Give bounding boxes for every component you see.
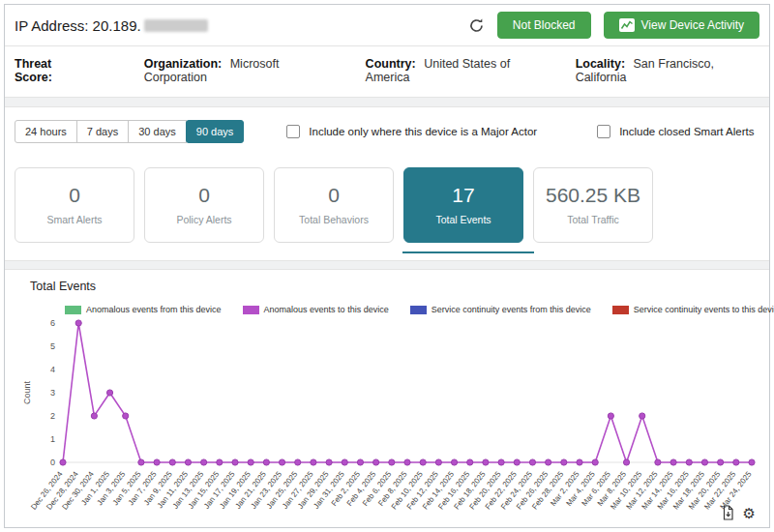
smart-alerts-value: 0: [69, 184, 80, 207]
legend-item[interactable]: Service continuity events to this device: [612, 305, 774, 314]
time-range-group: 24 hours 7 days 30 days 90 days: [15, 120, 244, 143]
legend-swatch-indigo: [410, 306, 427, 314]
chart-legend: Anomalous events from this device Anomal…: [65, 305, 756, 314]
country-label: Country:: [366, 57, 416, 71]
total-behaviors-value: 0: [328, 184, 340, 207]
section-divider-top: [5, 97, 769, 107]
settings-gear-icon[interactable]: ⚙: [743, 506, 756, 520]
locality-label: Locality:: [576, 57, 625, 71]
export-icon: [722, 505, 734, 520]
total-traffic-value: 560.25 KB: [546, 184, 640, 207]
refresh-icon: [468, 17, 485, 34]
chart-footer-icons: ⚙: [722, 505, 756, 520]
redacted-ip: [144, 19, 208, 32]
country-field: Country: United States of America: [366, 57, 549, 84]
major-actor-filter: Include only where this device is a Majo…: [286, 125, 537, 138]
svg-text:0: 0: [50, 458, 55, 467]
total-traffic-label: Total Traffic: [567, 214, 619, 225]
not-blocked-button[interactable]: Not Blocked: [497, 12, 591, 39]
legend-label: Anomalous events to this device: [264, 305, 389, 314]
legend-item[interactable]: Anomalous events to this device: [243, 305, 389, 314]
legend-label: Service continuity events to this device: [634, 305, 774, 314]
closed-alerts-label: Include closed Smart Alerts: [619, 126, 754, 137]
svg-text:Count: Count: [22, 381, 32, 405]
chart-title: Total Events: [30, 280, 756, 293]
organization-field: Organization: Microsoft Corporation: [144, 57, 337, 84]
threat-score-field: Threat Score:: [15, 57, 94, 84]
closed-alerts-checkbox[interactable]: [597, 125, 610, 138]
svg-text:3: 3: [50, 388, 55, 398]
svg-text:6: 6: [50, 318, 55, 328]
legend-swatch-red: [612, 306, 629, 314]
legend-label: Anomalous events from this device: [86, 305, 222, 314]
page-title: IP Address: 20.189.: [15, 17, 208, 34]
stat-card-smart-alerts[interactable]: 0 Smart Alerts: [15, 167, 134, 243]
locality-field: Locality: San Francisco, California: [576, 57, 759, 84]
stat-card-total-traffic[interactable]: 560.25 KB Total Traffic: [533, 167, 653, 243]
time-range-30-days[interactable]: 30 days: [128, 120, 187, 143]
major-actor-checkbox[interactable]: [286, 125, 300, 138]
time-range-24-hours[interactable]: 24 hours: [15, 120, 77, 143]
chart-section: Total Events Anomalous events from this …: [5, 270, 769, 527]
ip-address-label: IP Address: 20.189.: [15, 17, 141, 34]
threat-score-label: Threat Score:: [15, 57, 52, 84]
not-blocked-label: Not Blocked: [513, 18, 576, 32]
svg-text:4: 4: [50, 365, 55, 374]
section-divider-bottom: [5, 260, 769, 271]
legend-item[interactable]: Service continuity events from this devi…: [410, 305, 591, 314]
major-actor-label: Include only where this device is a Majo…: [309, 126, 537, 137]
stat-card-policy-alerts[interactable]: 0 Policy Alerts: [144, 167, 264, 243]
organization-label: Organization:: [144, 57, 223, 71]
policy-alerts-label: Policy Alerts: [176, 214, 231, 225]
info-bar: Threat Score: Organization: Microsoft Co…: [5, 46, 769, 97]
svg-text:5: 5: [50, 341, 55, 351]
total-behaviors-label: Total Behaviors: [299, 214, 369, 225]
stat-card-total-events[interactable]: 17 Total Events: [403, 167, 523, 243]
legend-label: Service continuity events from this devi…: [432, 305, 591, 314]
time-range-90-days[interactable]: 90 days: [186, 120, 245, 143]
total-events-label: Total Events: [435, 214, 491, 225]
refresh-button[interactable]: [468, 17, 485, 34]
policy-alerts-value: 0: [198, 184, 210, 207]
view-device-activity-button[interactable]: View Device Activity: [604, 12, 759, 39]
legend-item[interactable]: Anomalous events from this device: [65, 305, 222, 314]
stats-row: 0 Smart Alerts 0 Policy Alerts 0 Total B…: [5, 156, 769, 260]
time-range-7-days[interactable]: 7 days: [76, 120, 129, 143]
total-events-line-chart[interactable]: 0123456CountDec 26, 2024Dec 28, 2024Dec …: [18, 315, 763, 523]
total-events-value: 17: [452, 184, 474, 207]
header-actions: Not Blocked View Device Activity: [468, 12, 759, 39]
filter-bar: 24 hours 7 days 30 days 90 days Include …: [5, 107, 769, 156]
export-button[interactable]: [722, 505, 734, 520]
view-device-activity-label: View Device Activity: [641, 18, 744, 32]
legend-swatch-green: [65, 306, 81, 314]
activity-chart-icon: [619, 18, 635, 32]
device-threat-panel: IP Address: 20.189. Not Blocked View Dev…: [4, 4, 770, 528]
svg-text:1: 1: [50, 434, 55, 444]
stat-card-total-behaviors[interactable]: 0 Total Behaviors: [274, 167, 394, 243]
closed-alerts-filter: Include closed Smart Alerts: [597, 125, 754, 138]
smart-alerts-label: Smart Alerts: [46, 214, 102, 225]
legend-swatch-purple: [243, 306, 259, 314]
svg-text:2: 2: [50, 411, 55, 421]
header-bar: IP Address: 20.189. Not Blocked View Dev…: [5, 5, 769, 45]
